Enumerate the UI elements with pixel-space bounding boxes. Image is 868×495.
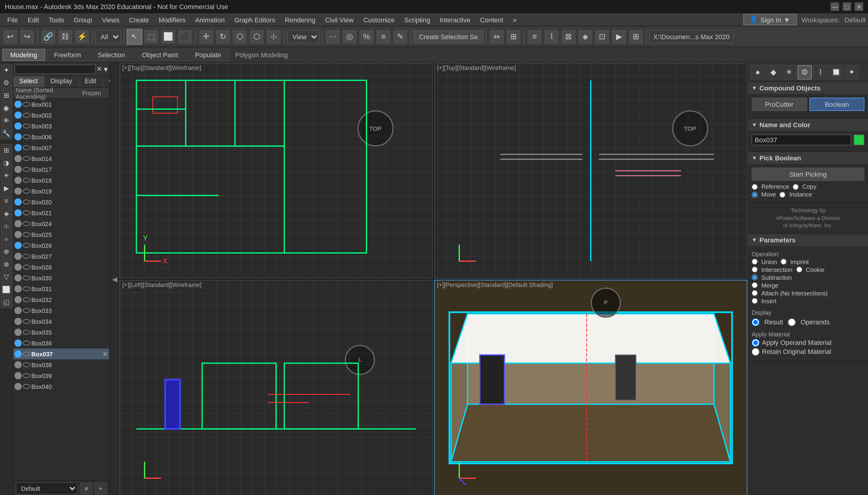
list-item[interactable]: Box006 (13, 132, 109, 142)
materials-icon[interactable]: ◈ (0, 207, 12, 220)
tab-object-paint[interactable]: Object Paint (134, 49, 186, 61)
rp-icon-light[interactable]: ☀ (782, 65, 796, 79)
op-union-radio[interactable] (752, 259, 758, 265)
scene-tab-edit[interactable]: Edit (79, 76, 103, 87)
list-item[interactable]: Box030 (13, 273, 109, 284)
tab-populate[interactable]: Populate (187, 49, 229, 61)
list-item[interactable]: Box031 (13, 284, 109, 294)
scene-explorer-icon[interactable]: ≡ (0, 195, 12, 207)
menu-modifiers[interactable]: Modifiers (154, 15, 190, 24)
viewport-render[interactable]: ▶ (0, 182, 12, 194)
list-item[interactable]: Box017 (13, 164, 109, 175)
list-item[interactable]: Box020 (13, 197, 109, 207)
menu-file[interactable]: File (2, 15, 23, 24)
menu-interactive[interactable]: Interactive (435, 15, 475, 24)
move-button[interactable]: ✛ (198, 29, 214, 44)
radio-reference-input[interactable] (752, 184, 758, 190)
percent-snap[interactable]: % (359, 29, 374, 44)
menu-edit[interactable]: Edit (23, 15, 44, 24)
parameters-header[interactable]: ▼ Parameters (748, 234, 868, 246)
radio-move-input[interactable] (752, 191, 758, 198)
create-tool[interactable]: ✦ (0, 64, 12, 76)
view-dropdown[interactable]: View (287, 30, 319, 43)
left-tool-a[interactable]: ⊹ (0, 220, 12, 232)
create-selection-set-button[interactable]: Create Selection Se (414, 30, 483, 43)
list-item[interactable]: Box028 (13, 262, 109, 273)
viewport-top-right[interactable]: [+][Top][Standard][Wireframe] TOP (434, 63, 747, 279)
list-item[interactable]: Box018 (13, 175, 109, 186)
align-button[interactable]: ⊞ (506, 29, 521, 44)
left-tool-g[interactable]: ◱ (0, 296, 12, 308)
op-subtraction-radio[interactable] (752, 275, 758, 281)
op-intersection-radio[interactable] (752, 267, 758, 273)
ref-coord-button[interactable]: ⊹ (266, 29, 281, 44)
mat-retain-radio[interactable] (752, 348, 760, 356)
tab-freeform[interactable]: Freeform (46, 49, 89, 61)
lasso-select-button[interactable]: ⬜ (160, 29, 176, 44)
viewport-bottom-left[interactable]: [+][Left][Standard][Wireframe] L (119, 280, 433, 495)
list-item[interactable]: Box033 (13, 305, 109, 316)
menu-customize[interactable]: Customize (359, 15, 400, 24)
op-attach-radio[interactable] (752, 290, 758, 296)
left-tool-d[interactable]: ⊗ (0, 258, 12, 270)
radio-copy-input[interactable] (793, 184, 799, 190)
edit-named-sel[interactable]: ✎ (393, 29, 408, 44)
layer-btn-2[interactable]: + (94, 483, 107, 495)
name-color-header[interactable]: ▼ Name and Color (748, 119, 868, 131)
object-list[interactable]: Box001 Box002 Box003 Box006 Box (13, 99, 109, 480)
redo-button[interactable]: ↪ (19, 29, 35, 44)
disp-result-radio[interactable] (752, 318, 760, 326)
left-tool-f[interactable]: ⬜ (0, 284, 12, 295)
list-item[interactable]: Box014 (13, 153, 109, 164)
menu-graph-editors[interactable]: Graph Editors (229, 15, 280, 24)
procutter-button[interactable]: ProCutter (752, 98, 807, 111)
list-item[interactable]: Box040 (13, 381, 109, 392)
minimize-button[interactable]: — (831, 2, 839, 11)
menu-more[interactable]: » (508, 15, 521, 24)
filter-dropdown[interactable]: All (95, 30, 121, 43)
layer-dropdown[interactable]: Default (16, 483, 78, 495)
list-item[interactable]: Box001 (13, 99, 109, 110)
op-merge-radio[interactable] (752, 283, 758, 289)
render-setup[interactable]: ⊡ (594, 29, 610, 44)
menu-views[interactable]: Views (97, 15, 124, 24)
list-item[interactable]: Box027 (13, 251, 109, 262)
scene-tab-select[interactable]: Select (13, 76, 44, 87)
color-swatch[interactable] (853, 134, 864, 145)
list-item[interactable]: Box003 (13, 121, 109, 132)
tab-modeling[interactable]: Modeling (2, 49, 45, 61)
hierarchy-tool[interactable]: ⊞ (0, 89, 12, 101)
bind-button[interactable]: ⚡ (74, 29, 90, 44)
left-tool-b[interactable]: ⟐ (0, 233, 12, 245)
mat-editor[interactable]: ◈ (577, 29, 593, 44)
menu-animation[interactable]: Animation (190, 15, 230, 24)
rp-icon-effects[interactable]: ✦ (845, 65, 859, 79)
select-region-button[interactable]: ⬚ (143, 29, 159, 44)
rp-icon-modifier[interactable]: ⚙ (797, 65, 812, 79)
menu-scripting[interactable]: Scripting (400, 15, 435, 24)
list-item[interactable]: Box019 (13, 186, 109, 197)
left-expand[interactable]: ◀ (110, 63, 119, 495)
start-picking-button[interactable]: Start Picking (752, 168, 864, 181)
list-item[interactable]: Box025 (13, 229, 109, 240)
list-item[interactable]: Box034 (13, 316, 109, 327)
compound-objects-header[interactable]: ▼ Compound Objects (748, 82, 868, 94)
rp-icon-curve[interactable]: ⌇ (813, 65, 828, 79)
menu-civil-view[interactable]: Civil View (320, 15, 359, 24)
menu-group[interactable]: Group (69, 15, 97, 24)
unlink-button[interactable]: ⛓ (57, 29, 73, 44)
menu-content[interactable]: Content (475, 15, 508, 24)
name-input[interactable] (752, 134, 851, 145)
pick-boolean-header[interactable]: ▼ Pick Boolean (748, 152, 868, 164)
list-item[interactable]: Box036 (13, 338, 109, 348)
left-tool-c[interactable]: ⊕ (0, 245, 12, 257)
op-insert-radio[interactable] (752, 298, 758, 304)
link-button[interactable]: 🔗 (40, 29, 56, 44)
schematic-view[interactable]: ⊠ (560, 29, 576, 44)
spinner-snap[interactable]: ≡ (376, 29, 391, 44)
signin-button[interactable]: 👤 Sign In ▼ (743, 14, 797, 25)
tab-selection[interactable]: Selection (90, 49, 133, 61)
se-clear-search[interactable]: ✕ (97, 64, 102, 74)
list-item[interactable]: Box024 (13, 218, 109, 229)
op-imprint-radio[interactable] (781, 259, 787, 265)
